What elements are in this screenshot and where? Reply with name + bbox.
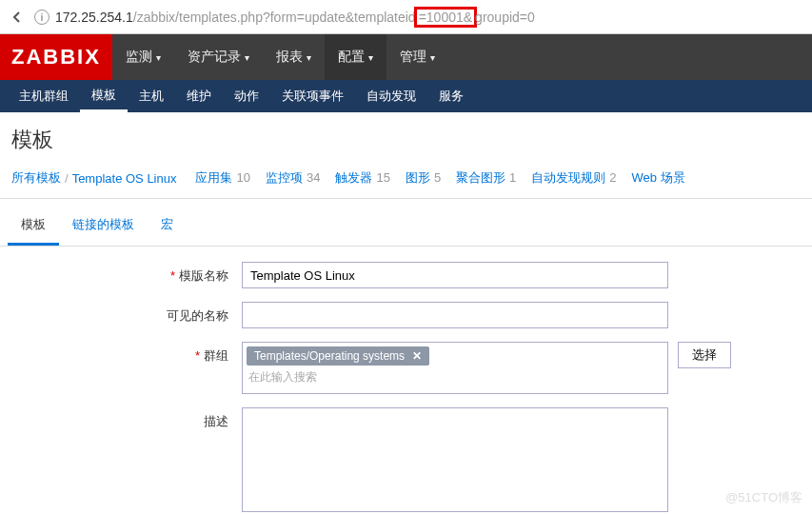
- browser-url-bar: i 172.25.254.1 /zabbix/templates.php?for…: [0, 0, 812, 34]
- description-textarea[interactable]: [242, 407, 668, 512]
- page-title: 模板: [0, 112, 812, 164]
- subnav-correlation[interactable]: 关联项事件: [270, 80, 355, 112]
- groups-box[interactable]: Templates/Operating systems ✕ 在此输入搜索: [242, 342, 668, 394]
- topnav-items: 监测▾ 资产记录▾ 报表▾ 配置▾ 管理▾: [112, 34, 448, 80]
- stat-triggers[interactable]: 触发器15: [335, 169, 389, 187]
- subnav-actions[interactable]: 动作: [223, 80, 270, 112]
- stat-graphs[interactable]: 图形5: [406, 169, 441, 187]
- subnav-maintenance[interactable]: 维护: [175, 80, 223, 112]
- chevron-down-icon: ▾: [430, 52, 435, 63]
- label-groups: *群组: [11, 342, 242, 365]
- info-icon[interactable]: i: [34, 10, 50, 25]
- topnav-config[interactable]: 配置▾: [325, 34, 386, 80]
- stat-screens[interactable]: 聚合图形1: [456, 169, 516, 187]
- topnav-admin[interactable]: 管理▾: [386, 34, 448, 80]
- breadcrumb-row: 所有模板 / Template OS Linux 应用集10 监控项34 触发器…: [0, 164, 812, 199]
- subnav-hosts[interactable]: 主机: [128, 80, 175, 112]
- subnav-services[interactable]: 服务: [427, 80, 475, 112]
- label-template-name: *模版名称: [11, 262, 242, 285]
- topnav-reports[interactable]: 报表▾: [263, 34, 325, 80]
- form-area: *模版名称 可见的名称 *群组 Templates/Operating syst…: [0, 247, 812, 514]
- select-button[interactable]: 选择: [678, 342, 731, 368]
- subnav-templates[interactable]: 模板: [80, 80, 128, 112]
- tabs: 模板 链接的模板 宏: [0, 207, 812, 247]
- top-nav: ZABBIX 监测▾ 资产记录▾ 报表▾ 配置▾ 管理▾: [0, 34, 812, 80]
- label-visible-name: 可见的名称: [11, 302, 242, 325]
- label-description: 描述: [11, 407, 242, 430]
- back-icon[interactable]: [8, 8, 27, 27]
- chevron-down-icon: ▾: [307, 52, 311, 63]
- subnav-discovery[interactable]: 自动发现: [355, 80, 427, 112]
- url-host: 172.25.254.1: [55, 10, 133, 25]
- group-tag[interactable]: Templates/Operating systems ✕: [247, 346, 429, 366]
- template-name-input[interactable]: [242, 262, 668, 288]
- chevron-down-icon: ▾: [156, 52, 161, 63]
- tab-macros[interactable]: 宏: [148, 207, 187, 246]
- url-text[interactable]: 172.25.254.1 /zabbix/templates.php?form=…: [55, 7, 535, 28]
- group-search-placeholder[interactable]: 在此输入搜索: [247, 366, 663, 389]
- watermark: @51CTO博客: [725, 489, 802, 506]
- tab-template[interactable]: 模板: [8, 207, 59, 246]
- subnav-hostgroups[interactable]: 主机群组: [8, 80, 80, 112]
- topnav-inventory[interactable]: 资产记录▾: [174, 34, 263, 80]
- url-path-before: /zabbix/templates.php?form=update&templa…: [133, 10, 416, 25]
- close-icon[interactable]: ✕: [412, 349, 422, 363]
- sub-nav: 主机群组 模板 主机 维护 动作 关联项事件 自动发现 服务: [0, 80, 812, 112]
- breadcrumb-sep: /: [65, 171, 69, 186]
- stat-web[interactable]: Web 场景: [632, 169, 685, 187]
- breadcrumb-root[interactable]: 所有模板: [11, 169, 61, 187]
- visible-name-input[interactable]: [242, 302, 668, 328]
- stat-applications[interactable]: 应用集10: [195, 169, 249, 187]
- stat-items[interactable]: 监控项34: [266, 169, 320, 187]
- chevron-down-icon: ▾: [368, 52, 373, 63]
- url-path-after: groupid=0: [475, 10, 535, 25]
- breadcrumb-current[interactable]: Template OS Linux: [72, 171, 177, 186]
- topnav-monitor[interactable]: 监测▾: [112, 34, 174, 80]
- chevron-down-icon: ▾: [245, 52, 249, 63]
- tab-linked[interactable]: 链接的模板: [59, 207, 148, 246]
- stat-discovery[interactable]: 自动发现规则2: [531, 169, 616, 187]
- url-highlight: =10001&: [414, 7, 477, 28]
- logo[interactable]: ZABBIX: [0, 34, 112, 80]
